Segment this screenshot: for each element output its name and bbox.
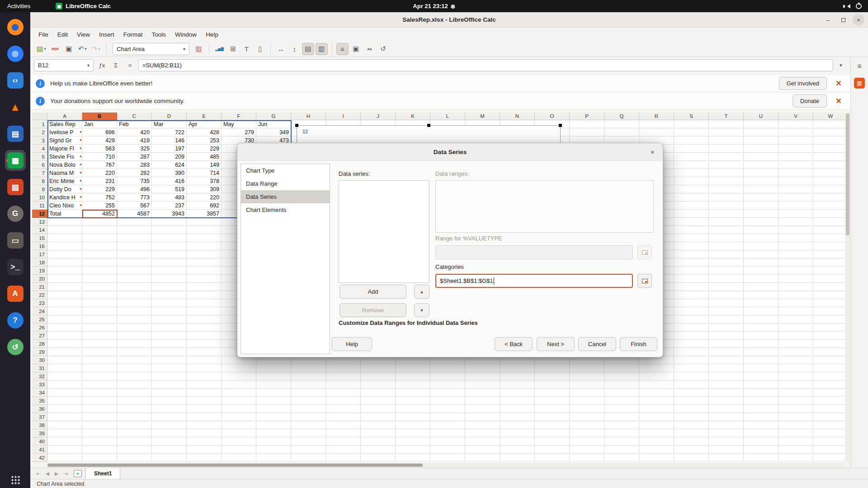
cell-M41[interactable] xyxy=(465,446,500,454)
cell-U19[interactable] xyxy=(744,267,778,275)
cell-A41[interactable] xyxy=(47,446,82,454)
finish-button[interactable]: Finish xyxy=(620,337,657,351)
titlebar[interactable]: SalesRep.xlsx - LibreOffice Calc – × xyxy=(30,12,868,28)
cell-S19[interactable] xyxy=(674,267,709,275)
cell-L36[interactable] xyxy=(430,405,465,413)
cell-E8[interactable]: 378 xyxy=(187,177,222,185)
cell-W23[interactable] xyxy=(813,299,845,307)
cell-I31[interactable] xyxy=(326,364,361,372)
cell-H35[interactable] xyxy=(291,397,326,405)
cell-S28[interactable] xyxy=(674,340,709,348)
cell-W6[interactable] xyxy=(813,161,845,169)
cell-E7[interactable]: 714 xyxy=(187,169,222,177)
cell-W26[interactable] xyxy=(813,324,845,332)
cell-C22[interactable] xyxy=(117,291,152,299)
cell-E41[interactable] xyxy=(187,446,222,454)
activities-button[interactable]: Activities xyxy=(0,0,38,12)
cell-U33[interactable] xyxy=(744,380,778,389)
column-header-E[interactable]: E xyxy=(187,113,222,120)
cell-S14[interactable] xyxy=(674,226,709,234)
cell-D1[interactable]: Mar xyxy=(152,120,187,128)
sum-button[interactable]: Σ xyxy=(110,60,122,71)
cell-U29[interactable] xyxy=(744,348,778,356)
cell-G35[interactable] xyxy=(256,397,291,405)
cell-W42[interactable] xyxy=(813,454,845,462)
cell-D2[interactable]: 722 xyxy=(152,128,187,136)
row-header-6[interactable]: 6 xyxy=(32,161,47,169)
row-header-9[interactable]: 9 xyxy=(32,185,47,193)
legend-toggle-icon[interactable]: ▣ xyxy=(350,43,362,55)
cell-A9[interactable]: Dotty Do▸ xyxy=(47,185,82,193)
cell-D18[interactable] xyxy=(152,258,187,267)
cell-V6[interactable] xyxy=(778,161,813,169)
cell-C20[interactable] xyxy=(117,275,152,283)
cell-E37[interactable] xyxy=(187,413,222,421)
cell-S22[interactable] xyxy=(674,291,709,299)
select-chart-element-combo[interactable]: Chart Area▾ xyxy=(113,43,189,55)
select-all-corner[interactable] xyxy=(32,113,47,120)
cell-V24[interactable] xyxy=(778,307,813,315)
cell-M31[interactable] xyxy=(465,364,500,372)
cell-A17[interactable] xyxy=(47,250,82,258)
row-header-1[interactable]: 1 xyxy=(32,120,47,128)
cell-V1[interactable] xyxy=(778,120,813,128)
cell-W38[interactable] xyxy=(813,421,845,429)
cell-O42[interactable] xyxy=(535,454,570,462)
cell-F38[interactable] xyxy=(222,421,256,429)
cell-I39[interactable] xyxy=(326,429,361,437)
cell-D37[interactable] xyxy=(152,413,187,421)
row-header-38[interactable]: 38 xyxy=(32,421,47,429)
wizard-step-data-range[interactable]: Data Range xyxy=(241,177,330,190)
cell-A5[interactable]: Stevie Fis▸ xyxy=(47,153,82,161)
name-box-dropdown-arrow[interactable]: ▾ xyxy=(87,63,90,68)
cell-C13[interactable] xyxy=(117,218,152,226)
cell-T26[interactable] xyxy=(709,324,744,332)
horizontal-scrollbar-thumb[interactable] xyxy=(47,464,423,467)
cell-C35[interactable] xyxy=(117,397,152,405)
cell-W3[interactable] xyxy=(813,136,845,145)
cell-C42[interactable] xyxy=(117,454,152,462)
cell-D7[interactable]: 390 xyxy=(152,169,187,177)
cell-W19[interactable] xyxy=(813,267,845,275)
cell-A1[interactable]: Sales Rep xyxy=(47,120,82,128)
cell-P32[interactable] xyxy=(570,372,604,380)
cell-C23[interactable] xyxy=(117,299,152,307)
cell-D9[interactable]: 519 xyxy=(152,185,187,193)
cell-O35[interactable] xyxy=(535,397,570,405)
cell-V5[interactable] xyxy=(778,153,813,161)
cell-U32[interactable] xyxy=(744,372,778,380)
cell-A6[interactable]: Nova Bolo▸ xyxy=(47,161,82,169)
cell-T31[interactable] xyxy=(709,364,744,372)
cell-T5[interactable] xyxy=(709,153,744,161)
cell-A27[interactable] xyxy=(47,332,82,340)
column-header-V[interactable]: V xyxy=(778,113,813,120)
cell-G32[interactable] xyxy=(256,372,291,380)
cell-J40[interactable] xyxy=(361,437,396,446)
cell-H40[interactable] xyxy=(291,437,326,446)
cell-I37[interactable] xyxy=(326,413,361,421)
cell-C25[interactable] xyxy=(117,315,152,324)
row-header-42[interactable]: 42 xyxy=(32,454,47,462)
column-header-L[interactable]: L xyxy=(430,113,465,120)
cell-K41[interactable] xyxy=(396,446,430,454)
cell-L35[interactable] xyxy=(430,397,465,405)
cell-S27[interactable] xyxy=(674,332,709,340)
cell-U3[interactable] xyxy=(744,136,778,145)
cell-V28[interactable] xyxy=(778,340,813,348)
cell-C15[interactable] xyxy=(117,234,152,242)
dock-item-gimp[interactable]: G xyxy=(5,203,26,224)
cell-W31[interactable] xyxy=(813,364,845,372)
chart-selection-handle[interactable] xyxy=(427,124,430,127)
cell-E35[interactable] xyxy=(187,397,222,405)
cell-V31[interactable] xyxy=(778,364,813,372)
cell-S31[interactable] xyxy=(674,364,709,372)
cell-T21[interactable] xyxy=(709,283,744,291)
cell-W21[interactable] xyxy=(813,283,845,291)
cell-F36[interactable] xyxy=(222,405,256,413)
column-header-K[interactable]: K xyxy=(396,113,430,120)
cell-U38[interactable] xyxy=(744,421,778,429)
cell-E19[interactable] xyxy=(187,267,222,275)
chart-selection-handle[interactable] xyxy=(295,124,298,127)
cell-W16[interactable] xyxy=(813,242,845,250)
legend-icon[interactable]: ▯ xyxy=(254,43,266,55)
